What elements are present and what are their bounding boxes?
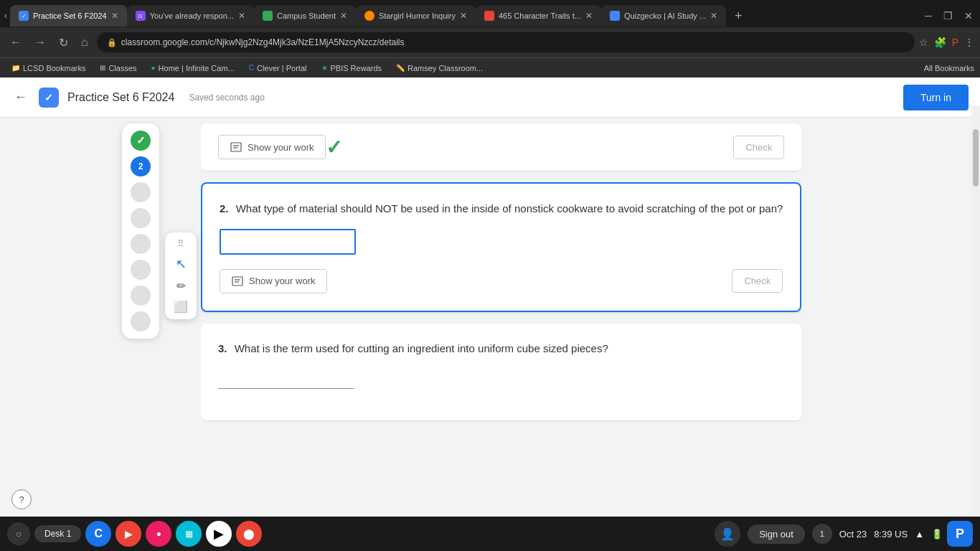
tab-already-responded[interactable]: G You've already respon... ✕ [127, 5, 254, 27]
svg-rect-0 [231, 143, 241, 151]
eraser-tool[interactable]: ⬜ [174, 300, 188, 314]
drag-handle-icon[interactable]: ⠿ [177, 238, 184, 249]
tab-favicon-1: ✓ [19, 11, 29, 21]
tab-close-1[interactable]: ✕ [111, 11, 118, 21]
question-3-text: 3. What is the term used for cutting an … [218, 341, 784, 357]
question-1-card: Show your work ✓ Check [201, 123, 801, 171]
bookmark-pbis[interactable]: ★ PBIS Rewards [316, 62, 388, 74]
tab-favicon-4 [364, 11, 374, 21]
launcher-button[interactable]: ○ [7, 522, 30, 545]
question-1-footer: Show your work ✓ Check [218, 135, 784, 159]
show-work-label-2: Show your work [249, 276, 315, 286]
tab-stargirl[interactable]: Stargirl Humor Inquiry ✕ [356, 5, 476, 27]
app-back-button[interactable]: ← [11, 87, 30, 108]
question-nav-5[interactable] [131, 234, 151, 254]
more-button[interactable]: ⋮ [964, 37, 974, 48]
tab-close-3[interactable]: ✕ [340, 11, 347, 21]
sign-out-button[interactable]: Sign out [748, 524, 805, 544]
help-button[interactable]: ? [11, 489, 32, 509]
bookmark-pbis-label: PBIS Rewards [331, 64, 382, 72]
refresh-button[interactable]: ↻ [55, 33, 72, 52]
bookmark-clever[interactable]: C Clever | Portal [243, 62, 313, 74]
drawing-toolbar: ⠿ ↖ ✏ ⬜ [165, 232, 197, 319]
desk-chip[interactable]: Desk 1 [34, 525, 81, 542]
browser-toolbar-icons: ☆ 🧩 P ⋮ [919, 37, 974, 48]
home-button[interactable]: ⌂ [77, 33, 93, 52]
show-work-label-1: Show your work [248, 142, 314, 153]
show-work-button-1[interactable]: Show your work [218, 135, 326, 159]
question-3-card: 3. What is the term used for cutting an … [201, 324, 801, 421]
question-nav-6[interactable] [131, 260, 151, 280]
bookmark-classes[interactable]: ⊞ Classes [94, 62, 142, 74]
taskbar-youtube-icon[interactable]: ▶ [116, 521, 141, 547]
extension-icon[interactable]: 🧩 [934, 37, 946, 48]
bookmark-classes-label: Classes [108, 64, 136, 72]
tab-scroll-left[interactable]: ‹ [4, 11, 7, 21]
address-bar-row: ← → ↻ ⌂ 🔒 classroom.google.com/c/NjkwNjg… [0, 27, 980, 57]
scrollbar-track [971, 106, 980, 517]
bookmark-pbis-icon: ★ [321, 64, 328, 72]
tab-quizgecko[interactable]: Quizgecko | AI Study ... ✕ [601, 5, 726, 27]
new-tab-button[interactable]: + [730, 7, 747, 25]
question-3-input[interactable] [218, 368, 354, 389]
tab-bar: ‹ ✓ Practice Set 6 F2024 ✕ G You've alre… [0, 0, 980, 27]
bookmark-ramsey[interactable]: ✏️ Ramsey Classroom... [390, 62, 489, 74]
p-badge[interactable]: P [947, 521, 973, 547]
tab-close-5[interactable]: ✕ [585, 11, 593, 21]
turn-in-button[interactable]: Turn in [903, 85, 969, 110]
tab-title-4: Stargirl Humor Inquiry [379, 11, 456, 20]
tab-title-2: You've already respon... [150, 11, 234, 20]
question-2-input[interactable] [220, 229, 356, 255]
bookmark-ramsey-icon: ✏️ [396, 64, 405, 72]
tab-favicon-6 [610, 11, 620, 21]
taskbar-meet-icon[interactable]: ● [146, 521, 171, 547]
show-work-button-2[interactable]: Show your work [220, 269, 327, 293]
pen-tool[interactable]: ✏ [176, 279, 186, 293]
check-button-2[interactable]: Check [732, 269, 783, 293]
tab-close-6[interactable]: ✕ [710, 11, 717, 21]
forward-button[interactable]: → [30, 33, 50, 52]
question-nav-1[interactable]: ✓ [131, 131, 151, 151]
bookmark-classes-icon: ⊞ [100, 64, 105, 72]
tab-close-4[interactable]: ✕ [460, 11, 467, 21]
question-nav-7[interactable] [131, 286, 151, 306]
taskbar-campus-icon[interactable]: C [85, 521, 111, 547]
taskbar-right: 👤 Sign out 1 Oct 23 8:39 US ▲ 🔋 [715, 521, 943, 547]
close-button[interactable]: ✕ [961, 7, 976, 24]
back-button[interactable]: ← [6, 33, 26, 52]
battery-icon: 🔋 [931, 529, 943, 540]
restore-button[interactable]: ❐ [941, 7, 956, 24]
notification-count[interactable]: 1 [812, 524, 832, 544]
show-work-icon-2 [232, 276, 243, 287]
minimize-button[interactable]: ─ [922, 7, 935, 24]
tab-practice-set[interactable]: ✓ Practice Set 6 F2024 ✕ [10, 5, 127, 27]
question-2-footer: Show your work Check [220, 269, 783, 293]
save-status: Saved seconds ago [189, 93, 264, 103]
bookmark-lcsd[interactable]: 📁 LCSD Bookmarks [6, 62, 91, 74]
tab-favicon-2: G [136, 11, 146, 21]
tab-close-2[interactable]: ✕ [238, 11, 245, 21]
taskbar-play-icon[interactable]: ▶ [206, 521, 232, 547]
question-nav-4[interactable] [131, 208, 151, 228]
question-nav-8[interactable] [131, 311, 151, 331]
taskbar-screencast-icon[interactable]: ▦ [176, 521, 202, 547]
taskbar-profile-icon[interactable]: 👤 [715, 521, 740, 547]
bookmark-lcsd-icon: 📁 [11, 64, 20, 72]
taskbar-chrome-icon[interactable]: ⬤ [236, 521, 262, 547]
tab-campus-student[interactable]: Campus Student ✕ [254, 5, 356, 27]
question-nav-3[interactable] [131, 182, 151, 202]
bookmarks-bar: 📁 LCSD Bookmarks ⊞ Classes ● Home | Infi… [0, 57, 980, 77]
profile-icon[interactable]: P [952, 37, 958, 48]
cursor-tool[interactable]: ↖ [176, 256, 187, 272]
bookmarks-more[interactable]: All Bookmarks [924, 64, 974, 72]
bookmark-infinite-cam[interactable]: ● Home | Infinite Cam... [146, 62, 240, 74]
question-nav-2[interactable]: 2 [131, 156, 151, 176]
address-bar[interactable]: 🔒 classroom.google.com/c/NjkwNjg2Nzg4Mjk… [97, 32, 915, 52]
question-3-num: 3. [218, 342, 227, 354]
scrollbar-thumb[interactable] [973, 129, 979, 187]
bookmark-star-icon[interactable]: ☆ [919, 37, 928, 48]
taskbar: ○ Desk 1 C ▶ ● ▦ ▶ ⬤ 👤 Sign out 1 Oct 23… [0, 517, 980, 551]
tab-character-traits[interactable]: 465 Character Traits t... ✕ [476, 5, 601, 27]
check-button-1[interactable]: Check [733, 136, 784, 159]
questions-container: Show your work ✓ Check 2. What type of m… [201, 118, 801, 517]
